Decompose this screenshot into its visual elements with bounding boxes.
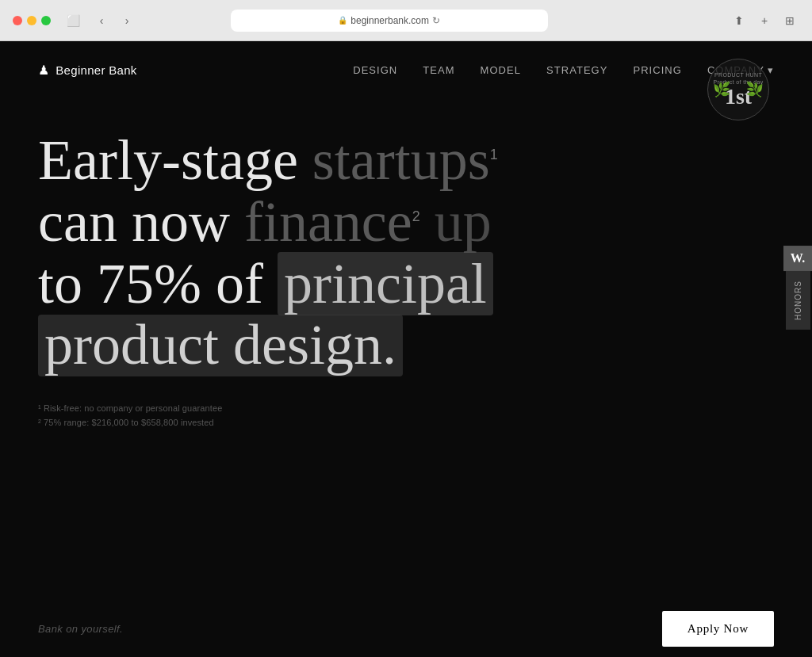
logo-icon: ♟ [38,63,49,78]
logo-text: Beginner Bank [56,63,136,77]
tagline: Bank on yourself. [38,623,123,635]
footnote-1: ¹ Risk-free: no company or personal guar… [38,402,774,416]
ph-title: PRODUCT HUNT [714,71,762,78]
url-text: beginnerbank.com [350,15,429,26]
ph-badge-inner: 🌿 🌿 PRODUCT HUNT Product of the day 1st [707,59,769,120]
highlighted-principal: principal [278,252,493,315]
logo[interactable]: ♟ Beginner Bank [38,63,137,78]
word-finance: finance [244,190,412,254]
traffic-lights [13,16,51,25]
laurel-right-icon: 🌿 [746,81,764,98]
window-icon-button[interactable]: ⬜ [63,11,82,30]
nav-item-design[interactable]: DESIGN [353,64,397,76]
back-button[interactable]: ‹ [92,11,111,30]
footnotes-section: ¹ Risk-free: no company or personal guar… [0,402,812,430]
webflow-w-badge: W. [783,246,812,271]
browser-actions: ⬆ + ⊞ [730,11,799,30]
window-controls: ⬜ [63,11,82,30]
hero-section: Early-stage startups1 can now finance2 u… [0,98,812,376]
forward-button[interactable]: › [117,11,136,30]
minimize-button[interactable] [27,16,36,25]
address-bar[interactable]: 🔒 beginnerbank.com ↻ [231,10,548,32]
word-up: up [435,190,492,254]
nav-item-team[interactable]: TEAM [423,64,454,76]
lock-icon: 🔒 [338,16,347,25]
browser-chrome: ⬜ ‹ › 🔒 beginnerbank.com ↻ ⬆ + ⊞ [0,0,812,41]
share-button[interactable]: ⬆ [730,11,749,30]
hero-headline: Early-stage startups1 can now finance2 u… [38,130,593,376]
highlighted-product-design: product design. [38,315,403,376]
grid-button[interactable]: ⊞ [780,11,799,30]
word-startups: startups [312,128,490,192]
navbar: ♟ Beginner Bank DESIGN TEAM MODEL STRATE… [0,41,812,98]
laurel-left-icon: 🌿 [713,81,730,98]
nav-item-pricing[interactable]: PRICING [633,64,681,76]
close-button[interactable] [13,16,22,25]
new-tab-button[interactable]: + [755,11,774,30]
bottom-bar: Bank on yourself. Apply Now [0,600,812,657]
nav-item-strategy[interactable]: STRATEGY [546,64,607,76]
side-widget[interactable]: W. Honors [783,246,812,330]
website-container: ♟ Beginner Bank DESIGN TEAM MODEL STRATE… [0,41,812,657]
nav-item-model[interactable]: MODEL [481,64,521,76]
reload-icon: ↻ [432,15,440,26]
product-hunt-badge: 🌿 🌿 PRODUCT HUNT Product of the day 1st [703,54,774,125]
maximize-button[interactable] [41,16,51,25]
footnote-ref-2: 2 [412,208,420,224]
apply-now-button[interactable]: Apply Now [662,611,774,647]
honors-label: Honors [786,271,810,330]
footnote-ref-1: 1 [490,147,498,162]
footnote-2: ² 75% range: $216,000 to $658,800 invest… [38,416,774,430]
